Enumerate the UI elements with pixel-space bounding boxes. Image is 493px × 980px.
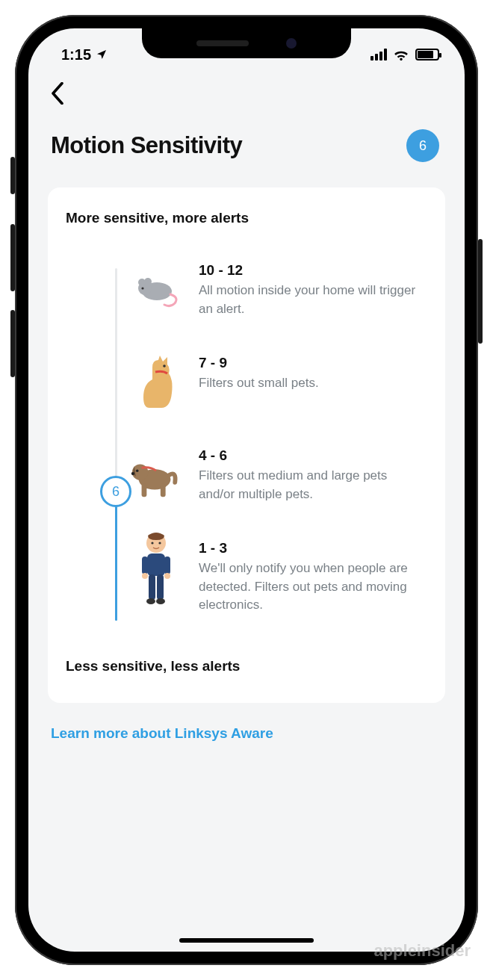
svg-point-23 [156, 598, 165, 604]
level-row: 10 - 12 All motion inside your home will… [130, 261, 424, 353]
mouse-icon [130, 261, 182, 320]
current-value-badge: 6 [406, 129, 439, 162]
cellular-icon [370, 49, 387, 61]
wifi-icon [393, 49, 409, 61]
screen: 1:15 Motion Sensitivity 6 More sensitive… [28, 28, 465, 952]
dog-icon [130, 446, 182, 506]
svg-rect-7 [142, 484, 147, 497]
svg-rect-16 [142, 556, 148, 574]
svg-point-19 [164, 573, 170, 579]
volume-down-button [10, 310, 15, 377]
mute-switch [10, 157, 15, 194]
level-range: 10 - 12 [199, 262, 424, 279]
svg-rect-8 [161, 484, 166, 497]
svg-point-10 [136, 469, 139, 472]
svg-rect-15 [147, 553, 165, 576]
svg-point-22 [146, 598, 155, 604]
side-button [478, 239, 483, 344]
page-title: Motion Sensitivity [51, 132, 242, 159]
slider-thumb[interactable]: 6 [100, 476, 131, 507]
battery-icon [415, 49, 439, 61]
level-range: 4 - 6 [199, 447, 424, 464]
svg-rect-20 [149, 574, 155, 600]
svg-rect-17 [164, 556, 170, 574]
svg-point-3 [144, 278, 152, 285]
home-indicator[interactable] [179, 938, 314, 943]
level-description: Filters out medium and large pets and/or… [199, 467, 424, 503]
location-icon [96, 49, 108, 61]
notch [142, 28, 351, 58]
svg-point-4 [141, 287, 143, 289]
level-row: 4 - 6 Filters out medium and large pets … [130, 446, 424, 539]
level-row: 1 - 3 We'll only notify you when people … [130, 539, 424, 628]
svg-rect-21 [157, 574, 164, 600]
status-time: 1:15 [61, 46, 91, 63]
svg-point-5 [163, 365, 166, 368]
cat-icon [130, 353, 182, 413]
sensitivity-scale: 6 [66, 261, 424, 628]
phone-frame: 1:15 Motion Sensitivity 6 More sensitive… [15, 15, 478, 965]
learn-more-link[interactable]: Learn more about Linksys Aware [48, 703, 445, 749]
volume-up-button [10, 224, 15, 291]
level-range: 7 - 9 [199, 355, 424, 371]
level-description: Filters out small pets. [199, 374, 424, 393]
slider-track-active [115, 491, 117, 621]
level-range: 1 - 3 [199, 540, 424, 556]
level-description: All motion inside your home will trigger… [199, 282, 424, 318]
svg-point-11 [131, 472, 134, 475]
svg-point-13 [151, 542, 153, 544]
bottom-scale-label: Less sensitive, less alerts [66, 658, 424, 674]
level-description: We'll only notify you when people are de… [199, 559, 424, 615]
sensitivity-card: More sensitive, more alerts 6 [48, 187, 445, 703]
back-button[interactable] [48, 78, 445, 114]
svg-point-18 [142, 573, 148, 579]
svg-point-14 [158, 542, 161, 544]
level-row: 7 - 9 Filters out small pets. [130, 353, 424, 446]
person-icon [130, 539, 182, 598]
top-scale-label: More sensitive, more alerts [66, 210, 424, 226]
